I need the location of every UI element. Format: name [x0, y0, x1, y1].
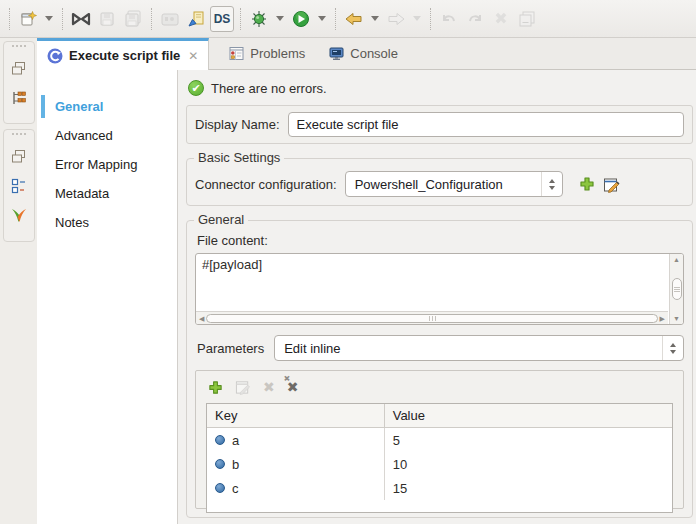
- edit-configuration-button[interactable]: [603, 176, 620, 193]
- nav-item-general[interactable]: General: [37, 92, 177, 121]
- mule-project-icon: [71, 11, 91, 27]
- nav-item-notes[interactable]: Notes: [37, 208, 177, 237]
- display-name-input[interactable]: [288, 112, 684, 137]
- undo-button: [437, 6, 461, 32]
- column-header-value[interactable]: Value: [384, 404, 672, 427]
- forward-button: [384, 6, 408, 32]
- redo-icon: [466, 11, 484, 26]
- parameters-panel: ✖ ✖ Key Value a 5: [195, 370, 684, 509]
- back-button[interactable]: [342, 6, 366, 32]
- new-wizard-dropdown[interactable]: [45, 16, 53, 21]
- horizontal-scroll-thumb[interactable]: [206, 314, 657, 323]
- parameters-label: Parameters: [197, 341, 264, 356]
- tab-problems[interactable]: Problems: [219, 38, 315, 69]
- nav-item-error-mapping[interactable]: Error Mapping: [37, 150, 177, 179]
- scroll-right-icon[interactable]: ▶: [660, 315, 665, 322]
- back-icon: [345, 12, 363, 26]
- restore-view-icon[interactable]: [11, 149, 26, 164]
- connection-explorer-icon[interactable]: [11, 90, 27, 106]
- debug-icon: [250, 10, 268, 28]
- nav-item-metadata[interactable]: Metadata: [37, 179, 177, 208]
- import-export-icon: [187, 10, 205, 28]
- combo-spinner-icon[interactable]: [662, 336, 683, 360]
- properties-nav: General Advanced Error Mapping Metadata …: [37, 70, 178, 524]
- datasense-button[interactable]: DS: [210, 6, 234, 32]
- new-wizard-button[interactable]: [16, 6, 40, 32]
- scroll-up-icon[interactable]: ▲: [673, 256, 680, 263]
- nav-item-advanced[interactable]: Advanced: [37, 121, 177, 150]
- tab-console[interactable]: Console: [319, 38, 408, 69]
- param-key: b: [232, 457, 239, 472]
- datasense-icon: DS: [214, 12, 231, 26]
- param-value: 5: [384, 428, 672, 452]
- table-empty-area[interactable]: [207, 500, 672, 512]
- add-parameter-button[interactable]: [208, 380, 223, 395]
- fast-view-panel-bottom: [3, 129, 35, 242]
- delete-button: ✖: [489, 6, 513, 32]
- debug-button[interactable]: [247, 6, 271, 32]
- column-header-key[interactable]: Key: [207, 404, 384, 427]
- vertical-scrollbar[interactable]: ▲ ▼: [669, 254, 683, 324]
- console-icon: [329, 46, 344, 61]
- no-errors-icon: ✔: [188, 80, 204, 96]
- parameters-value: Edit inline: [284, 341, 340, 356]
- file-content-label: File content:: [195, 233, 684, 253]
- back-dropdown[interactable]: [371, 16, 379, 21]
- connector-icon: [47, 48, 63, 64]
- connector-configuration-label: Connector configuration:: [195, 177, 337, 192]
- save-all-icon: [124, 10, 142, 27]
- table-row[interactable]: c 15: [207, 476, 672, 500]
- delete-all-parameters-button[interactable]: ✖: [287, 380, 299, 394]
- parameters-table: Key Value a 5 b 10: [206, 403, 673, 513]
- panel-grip[interactable]: [12, 45, 26, 47]
- status-message: There are no errors.: [211, 81, 327, 96]
- run-icon: [292, 10, 310, 28]
- save-all-button: [121, 6, 145, 32]
- delete-parameter-button: ✖: [263, 380, 275, 394]
- parameter-bullet-icon: [215, 483, 225, 493]
- edit-parameter-button: [235, 379, 251, 395]
- tab-label: Console: [350, 46, 398, 61]
- param-key: a: [232, 433, 239, 448]
- restore-view-icon[interactable]: [11, 61, 26, 76]
- toolbar-separator: [240, 8, 241, 30]
- delete-icon: ✖: [494, 11, 507, 27]
- tab-label: Execute script file: [69, 48, 180, 63]
- scroll-left-icon[interactable]: ◀: [199, 315, 204, 322]
- general-group-title: General: [194, 212, 248, 227]
- vertical-scroll-thumb[interactable]: [672, 278, 682, 300]
- table-row[interactable]: a 5: [207, 428, 672, 452]
- add-configuration-button[interactable]: [579, 176, 595, 192]
- run-button[interactable]: [289, 6, 313, 32]
- main-toolbar: DS ✖: [0, 0, 696, 38]
- mule-palette-icon[interactable]: [10, 208, 28, 224]
- properties-form: ✔ There are no errors. Display Name: Bas…: [178, 70, 696, 524]
- parameters-select[interactable]: Edit inline: [274, 335, 684, 361]
- snapshot-button: [158, 6, 182, 32]
- display-name-panel: Display Name:: [186, 105, 693, 144]
- table-header-row[interactable]: Key Value: [207, 404, 672, 428]
- tab-execute-script-file[interactable]: Execute script file ✕: [37, 38, 209, 70]
- mule-project-button[interactable]: [69, 6, 93, 32]
- editor-tabbar: Execute script file ✕ Problems Console: [37, 38, 696, 70]
- import-export-button[interactable]: [184, 6, 208, 32]
- table-row[interactable]: b 10: [207, 452, 672, 476]
- connector-configuration-select[interactable]: Powershell_Configuration: [345, 171, 563, 197]
- panel-grip[interactable]: [12, 133, 26, 135]
- outline-view-icon[interactable]: [11, 178, 27, 194]
- status-row: ✔ There are no errors.: [186, 78, 693, 96]
- basic-settings-group: Basic Settings Connector configuration: …: [186, 158, 693, 206]
- param-key: c: [232, 481, 239, 496]
- toolbar-separator: [335, 8, 336, 30]
- left-view-strip: [0, 38, 37, 524]
- basic-settings-title: Basic Settings: [194, 150, 284, 165]
- save-icon: [99, 11, 115, 27]
- tab-close-icon[interactable]: ✕: [188, 49, 198, 63]
- run-dropdown[interactable]: [318, 16, 326, 21]
- scroll-down-icon[interactable]: ▼: [673, 315, 680, 322]
- combo-spinner-icon[interactable]: [541, 172, 562, 196]
- horizontal-scrollbar[interactable]: ◀ ▶: [196, 311, 668, 324]
- debug-dropdown[interactable]: [276, 16, 284, 21]
- properties-icon: [519, 11, 535, 27]
- file-content-textarea[interactable]: #[payload] ▲ ▼ ◀ ▶: [195, 253, 684, 325]
